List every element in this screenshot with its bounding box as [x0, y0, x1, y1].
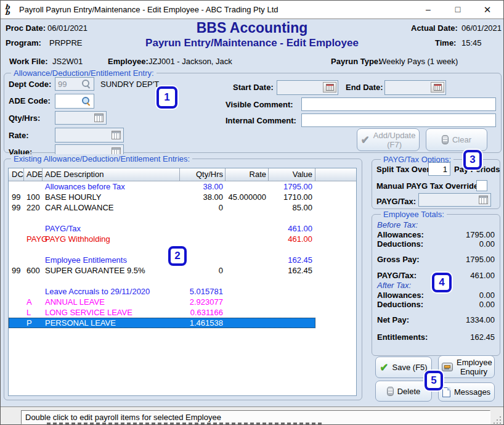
- minimize-button[interactable]: –: [415, 1, 442, 19]
- cell-dc: 99: [12, 202, 20, 213]
- calendar-icon[interactable]: [431, 82, 444, 93]
- table-row[interactable]: [9, 213, 315, 223]
- cell-desc: BASE HOURLY: [45, 192, 102, 202]
- add-update-button[interactable]: ✔ Add/Update(F7): [357, 128, 420, 151]
- table-row[interactable]: LLONG SERVICE LEAVE0.631166: [9, 307, 315, 318]
- totals-value: 0.00: [479, 300, 495, 310]
- cell-desc: PAYG Withholding: [45, 234, 110, 244]
- table-header[interactable]: DC ADE ADE Description Qty/Hrs Rate Valu…: [9, 168, 356, 181]
- qty-hrs-field[interactable]: [55, 111, 107, 125]
- col-header-ade[interactable]: ADE: [26, 170, 43, 179]
- start-date-field[interactable]: [277, 80, 338, 95]
- table-row[interactable]: 99600SUPER GUARANTEE 9.5%0162.45: [9, 265, 315, 276]
- totals-row: Allowances:0.00: [377, 291, 495, 300]
- cell-dc: 99: [12, 192, 20, 202]
- internal-comment-label: Internal Comment:: [226, 116, 296, 125]
- end-date-label: End Date:: [346, 83, 383, 92]
- search-icon[interactable]: [81, 79, 91, 89]
- payrun-type-value: Weekly Pays (1 week): [379, 57, 458, 66]
- entries-group-title: Existing Allowance/Deduction/Entitlement…: [11, 154, 192, 163]
- cell-qty: 1.461538: [161, 318, 223, 328]
- internal-comment-field[interactable]: [301, 113, 496, 127]
- messages-button[interactable]: Messages: [438, 382, 495, 402]
- table-row[interactable]: PAYGPAYG Withholding461.00: [9, 234, 315, 244]
- app-logo-icon: bb: [5, 4, 16, 15]
- rate-field[interactable]: [55, 128, 124, 142]
- delete-button[interactable]: Delete: [375, 381, 432, 402]
- clipped-text-sliver: [47, 423, 324, 424]
- ade-code-label: ADE Code:: [9, 96, 51, 105]
- manual-override-label: Manual PAYG Tax Override:: [376, 181, 481, 191]
- cell-ade: P: [26, 318, 32, 328]
- col-header-qty[interactable]: Qty/Hrs: [181, 170, 223, 179]
- title-bar[interactable]: bb Payroll Payrun Entry/Maintenance - Ed…: [1, 1, 503, 19]
- document-icon: [442, 387, 450, 397]
- totals-section-label: Before Tax:: [377, 220, 495, 231]
- cell-value: 162.45: [257, 265, 312, 276]
- table-row[interactable]: Leave Accruals to 29/11/20205.015781: [9, 286, 315, 297]
- cell-value: 85.00: [257, 202, 312, 213]
- manual-override-checkbox[interactable]: [476, 180, 487, 191]
- save-label: Save (F5): [392, 363, 428, 372]
- calculator-icon[interactable]: [94, 113, 104, 122]
- search-icon[interactable]: [81, 96, 91, 106]
- employee-label: Employee:: [108, 57, 148, 66]
- table-row[interactable]: 99100BASE HOURLY38.0045.0000001710.00: [9, 192, 315, 202]
- work-file-label: Work File:: [9, 57, 48, 66]
- table-row[interactable]: Allowances before Tax38.001795.00: [9, 181, 315, 192]
- table-row[interactable]: AANNUAL LEAVE2.923077: [9, 297, 315, 307]
- calculator-icon[interactable]: [479, 196, 488, 204]
- cell-value: 1710.00: [257, 192, 312, 202]
- cell-desc: LONG SERVICE LEAVE: [45, 307, 132, 318]
- col-header-description[interactable]: ADE Description: [45, 170, 104, 179]
- totals-value: 461.00: [470, 271, 495, 281]
- cell-desc: CAR ALLOWANCE: [45, 202, 114, 213]
- table-row[interactable]: [9, 244, 315, 255]
- totals-row: Deductions:0.00: [377, 240, 495, 249]
- col-header-value[interactable]: Value: [269, 170, 312, 179]
- end-date-field[interactable]: [384, 80, 446, 95]
- cell-value: 461.00: [257, 234, 312, 244]
- entries-table[interactable]: DC ADE ADE Description Qty/Hrs Rate Valu…: [8, 168, 357, 396]
- dept-code-field[interactable]: 99: [55, 77, 94, 91]
- visible-comment-field[interactable]: [301, 97, 496, 111]
- split-tax-field[interactable]: 1: [428, 162, 450, 176]
- cell-desc: Allowances before Tax: [45, 181, 125, 192]
- entry-group-title: Allowance/Deduction/Entitlement Entry:: [11, 68, 156, 78]
- table-row[interactable]: PAYG/Tax461.00: [9, 223, 315, 234]
- table-row[interactable]: PPERSONAL LEAVE1.461538: [9, 318, 315, 328]
- ade-code-field[interactable]: [55, 94, 94, 109]
- totals-label: Entitlements:: [377, 333, 428, 342]
- annotation-badge-3: 3: [463, 150, 482, 170]
- split-tax-value: 1: [443, 165, 447, 174]
- totals-label: Allowances:: [377, 291, 424, 300]
- cell-desc: PERSONAL LEAVE: [45, 318, 116, 328]
- calendar-icon[interactable]: [323, 82, 336, 93]
- col-header-rate[interactable]: Rate: [226, 170, 266, 179]
- employee-enquiry-button[interactable]: Employee Enquiry: [438, 355, 495, 378]
- cell-qty: 38.00: [161, 192, 223, 202]
- cell-qty: 2.923077: [161, 297, 223, 307]
- cell-dc: 99: [12, 265, 20, 276]
- payg-tax-field[interactable]: [418, 193, 491, 207]
- checkmark-icon: ✔: [380, 362, 388, 373]
- maximize-button[interactable]: □: [444, 1, 471, 19]
- table-row[interactable]: 99220CAR ALLOWANCE085.00: [9, 202, 315, 213]
- close-button[interactable]: ✕: [474, 1, 501, 19]
- annotation-badge-1: 1: [156, 86, 177, 109]
- cell-ade: L: [26, 307, 31, 318]
- actual-date-value: 06/01/2021: [461, 23, 502, 33]
- totals-label: Deductions:: [377, 240, 423, 249]
- clear-button[interactable]: Clear: [426, 128, 487, 151]
- totals-label: Deductions:: [377, 300, 423, 310]
- col-header-dc[interactable]: DC: [12, 170, 23, 179]
- calculator-icon[interactable]: [112, 131, 121, 139]
- resize-grip[interactable]: [494, 416, 502, 424]
- totals-label: PAYG/Tax:: [377, 271, 417, 281]
- totals-label: Net Pay:: [377, 316, 409, 325]
- table-row[interactable]: [9, 276, 315, 286]
- totals-row: Net Pay:1334.00: [377, 316, 495, 325]
- save-button[interactable]: ✔ Save (F5): [375, 357, 432, 378]
- payg-tax-label: PAYG/Tax:: [376, 197, 416, 206]
- table-row[interactable]: Employee Entitlements162.45: [9, 255, 315, 265]
